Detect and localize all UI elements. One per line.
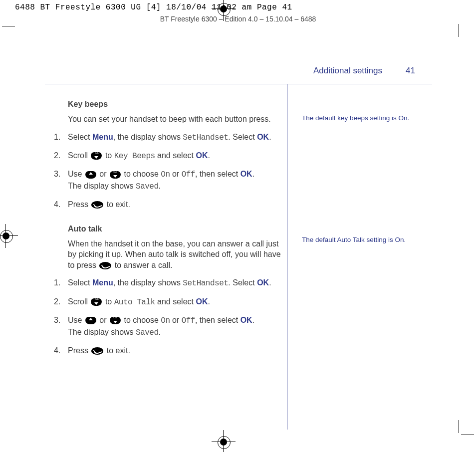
down-button-icon: Calls [91,298,102,306]
down-button-icon: Calls [91,152,102,160]
intro-key-beeps: You can set your handset to beep with ea… [68,114,282,125]
crop-mark [2,26,15,26]
step: Scroll Calls to Key Beeps and select OK. [50,150,282,162]
print-slug: 6488 BT Freestyle 6300 UG [4] 18/10/04 1… [15,3,292,12]
section-title: Additional settings [313,66,382,76]
talk-button-icon [99,262,111,269]
step: Select Menu, the display shows SetHandse… [50,132,282,143]
page: 6488 BT Freestyle 6300 UG [4] 18/10/04 1… [0,0,476,452]
crop-mark [459,420,459,433]
side-notes: The default key beeps setting is On. The… [302,114,442,244]
intro-auto-talk: When the handset it on the base, you can… [68,238,282,271]
step: Scroll Calls to Auto Talk and select OK. [50,296,282,308]
crop-mark [459,24,459,37]
registration-mark-bottom [215,433,233,451]
registration-mark-left [0,227,15,245]
column-divider [287,84,288,430]
step: Press to exit. [50,199,282,210]
header-rule [45,84,432,84]
registration-mark-top [215,0,233,18]
heading-auto-talk: Auto talk [68,225,282,233]
down-button-icon: Calls [110,171,121,179]
step: Select Menu, the display shows SetHandse… [50,277,282,289]
note-auto-talk: The default Auto Talk setting is On. [302,235,442,244]
edition-line: BT Freestyle 6300 – Edition 4.0 – 15.10.… [0,15,476,23]
down-button-icon: Calls [110,317,121,324]
up-button-icon [85,171,96,179]
end-button-icon [91,347,103,355]
step: Use or Calls to choose On or Off, then s… [50,169,282,192]
steps-key-beeps: Select Menu, the display shows SetHandse… [50,132,282,211]
step: Press to exit. [50,345,282,356]
heading-key-beeps: Key beeps [68,100,282,109]
ok-label: OK [257,133,269,141]
end-button-icon [91,201,103,209]
crop-mark [461,435,474,435]
menu-label: Menu [92,133,113,141]
step: Use or Calls to choose On or Off, then s… [50,315,282,338]
page-number: 41 [406,66,415,76]
up-button-icon [85,317,96,324]
steps-auto-talk: Select Menu, the display shows SetHandse… [50,277,282,356]
main-column: Key beeps You can set your handset to be… [50,95,282,363]
note-key-beeps: The default key beeps setting is On. [302,114,442,123]
